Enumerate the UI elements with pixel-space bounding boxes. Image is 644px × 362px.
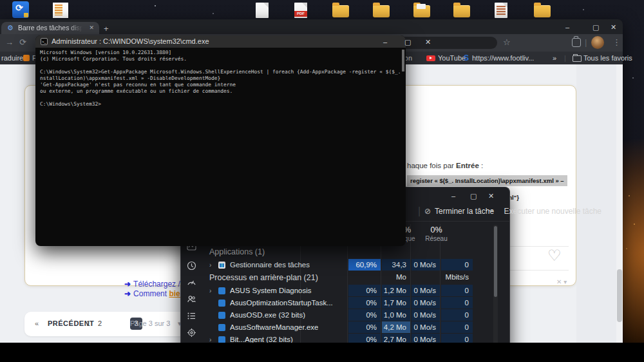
tm-process-row[interactable]: AsusOSD.exe (32 bits)0%1,0 Mo0 Mo/s0 Mbi… <box>202 309 488 321</box>
bookmarks-separator: | <box>564 52 566 64</box>
extensions-icon[interactable] <box>572 38 581 47</box>
end-task-button[interactable]: ⊘Terminer la tâche <box>424 207 494 216</box>
arrow-bullet-icon: ➜ <box>124 280 131 289</box>
star <box>634 224 635 225</box>
profile-avatar[interactable] <box>591 36 604 49</box>
star <box>583 9 584 10</box>
desktop-icon-pdf[interactable] <box>292 1 311 19</box>
tm-cell-cpu: 0% <box>348 285 381 296</box>
process-name: Gestionnaire des tâches <box>230 259 310 271</box>
menu-kebab-icon[interactable]: ⋮ <box>612 37 621 47</box>
column-header-network[interactable]: 0% Réseau <box>421 225 452 242</box>
desktop-icon-screenshot[interactable] <box>51 1 70 19</box>
screen: ⚙ Barre des tâches disparue - Pag ✕ + – … <box>0 0 644 362</box>
pagination-page-1[interactable]: 1 <box>86 319 90 327</box>
like-heart-icon[interactable]: ♡ <box>547 247 562 265</box>
tm-section-header: Applications (1) <box>202 245 488 259</box>
folder-icon <box>534 5 551 17</box>
expand-chevron-icon: › <box>209 285 211 297</box>
bookmarks-overflow-chevron[interactable]: » <box>553 52 556 64</box>
pagination-page-2[interactable]: 2 <box>98 319 102 327</box>
pagination-back-icon[interactable]: « <box>35 319 39 327</box>
app-history-icon[interactable] <box>187 261 196 271</box>
tm-process-row[interactable]: ›Gestionnaire des tâches60,9%34,3 Mo0 Mo… <box>202 259 488 271</box>
more-options-icon[interactable]: ⋯ <box>485 205 493 215</box>
bookmark-traduire[interactable]: raduire <box>1 52 23 64</box>
tm-cell-cpu: 60,9% <box>348 259 381 271</box>
tm-minimize-button[interactable]: – <box>451 192 455 200</box>
chevron-down-icon[interactable]: ▾ <box>564 278 567 285</box>
tm-cell-disk: 0 Mo/s <box>412 259 440 271</box>
forward-icon[interactable]: → <box>5 37 14 47</box>
tm-cell-disk: 0 Mo/s <box>412 321 440 333</box>
tab-close-icon[interactable]: ✕ <box>89 22 94 34</box>
bookmark-star-icon[interactable]: ☆ <box>503 37 511 47</box>
tm-cell-network: 0 Mbits/s <box>441 285 473 296</box>
desktop-icon-folder-2[interactable] <box>372 1 391 19</box>
process-name: AsusOptimizationStartupTask... <box>230 297 333 309</box>
services-icon[interactable] <box>187 328 196 338</box>
folder-icon <box>373 5 390 17</box>
tm-maximize-button[interactable]: ▢ <box>470 192 477 200</box>
process-list: Applications (1)›Gestionnaire des tâches… <box>202 245 488 346</box>
new-tab-button[interactable]: + <box>104 24 109 33</box>
close-icon[interactable]: ✕ <box>556 278 562 285</box>
cmd-maximize-button[interactable]: ▢ <box>404 38 411 46</box>
all-favorites-folder-icon[interactable] <box>573 55 582 62</box>
tm-cell-cpu: 0% <box>348 297 381 309</box>
asus-app-icon <box>218 300 225 307</box>
comment-link-prefix[interactable]: Comment <box>133 289 169 298</box>
tab-title: Barre des tâches disparue - Pag <box>18 22 82 34</box>
cmd-titlebar[interactable]: >_ Administrateur : C:\WINDOWS\system32\… <box>35 35 406 48</box>
tm-close-button[interactable]: ✕ <box>488 192 494 200</box>
tm-cell-cpu: 0% <box>348 321 381 333</box>
star <box>632 77 634 79</box>
bookmark-youtube[interactable]: YouTube <box>438 52 466 64</box>
desktop-icon-backup-app[interactable] <box>11 1 30 19</box>
tm-scrollbar-thumb[interactable] <box>494 226 497 297</box>
desktop-icon-folder-3[interactable] <box>412 1 431 19</box>
tm-cell-disk: 0 Mo/s <box>412 297 440 309</box>
pdf-file-icon <box>294 3 307 18</box>
cmd-close-button[interactable]: ✕ <box>425 38 431 46</box>
desktop-icon-spreadsheet[interactable] <box>492 1 511 19</box>
site-favicon-gear-icon: ⚙ <box>7 22 14 34</box>
tm-process-row[interactable]: AsusSoftwareManager.exe0%4,2 Mo0 Mo/s0 M… <box>202 321 488 334</box>
cmd-window: >_ Administrateur : C:\WINDOWS\system32\… <box>35 35 406 246</box>
bookmark-footliv[interactable]: https://www.footliv... <box>472 52 534 64</box>
star <box>629 195 630 196</box>
desktop-icon-folder-4[interactable] <box>452 1 471 19</box>
asus-app-icon <box>218 312 225 319</box>
tm-cell-cpu: 0% <box>348 309 381 321</box>
browser-tab[interactable]: ⚙ Barre des tâches disparue - Pag ✕ <box>1 22 99 34</box>
footliv-s-icon[interactable]: S <box>464 52 469 64</box>
tm-section-header: Processus en arrière-plan (21) <box>202 271 488 285</box>
star <box>213 13 214 14</box>
process-name: ASUS System Diagnosis <box>230 285 312 297</box>
tm-cell-disk: 0 Mo/s <box>412 309 440 321</box>
all-favorites-label[interactable]: Tous les favoris <box>583 52 632 64</box>
tm-process-row[interactable]: AsusOptimizationStartupTask...0%1,7 Mo0 … <box>202 297 488 309</box>
browser-minimize-button[interactable]: – <box>565 23 569 31</box>
browser-close-button[interactable]: ✕ <box>611 23 616 31</box>
startup-apps-icon[interactable] <box>187 278 196 287</box>
desktop-icon-folder-5[interactable] <box>533 1 552 19</box>
cmd-minimize-button[interactable]: – <box>383 38 387 46</box>
page-scrollbar-thumb[interactable] <box>617 269 622 322</box>
details-icon[interactable] <box>187 311 196 321</box>
bookmark-orange-icon[interactable] <box>23 55 30 61</box>
reload-icon[interactable]: ⟳ <box>19 37 26 47</box>
task-manager-app-icon <box>218 262 225 269</box>
tm-cell-disk: 0 Mo/s <box>412 285 440 296</box>
youtube-icon[interactable] <box>426 55 435 61</box>
users-icon[interactable] <box>187 294 196 304</box>
tm-process-row[interactable]: ›ASUS System Diagnosis0%1,2 Mo0 Mo/s0 Mb… <box>202 285 488 297</box>
browser-maximize-button[interactable]: ▢ <box>592 23 599 31</box>
folder-with-documents-icon <box>413 5 430 17</box>
cmd-scrollbar-thumb[interactable] <box>402 50 404 71</box>
desktop-icon-document[interactable] <box>253 1 272 19</box>
cmd-console-output[interactable]: Microsoft Windows [version 10.0.22631.38… <box>40 50 402 108</box>
dismiss-controls[interactable]: ✕ ▾ <box>556 278 567 285</box>
desktop-icon-folder-1[interactable] <box>331 1 350 19</box>
tm-cell-memory: 1,7 Mo <box>382 297 410 309</box>
